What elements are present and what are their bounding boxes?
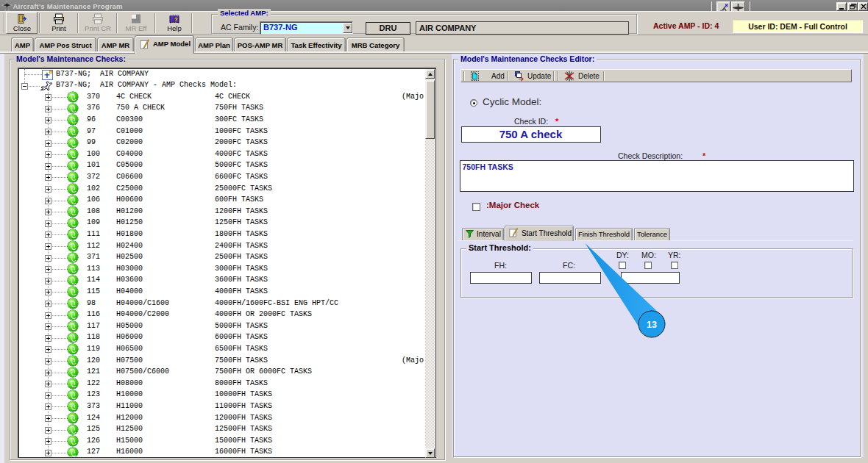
svg-text:13: 13 [647, 320, 657, 330]
svg-text:?: ? [174, 16, 178, 23]
